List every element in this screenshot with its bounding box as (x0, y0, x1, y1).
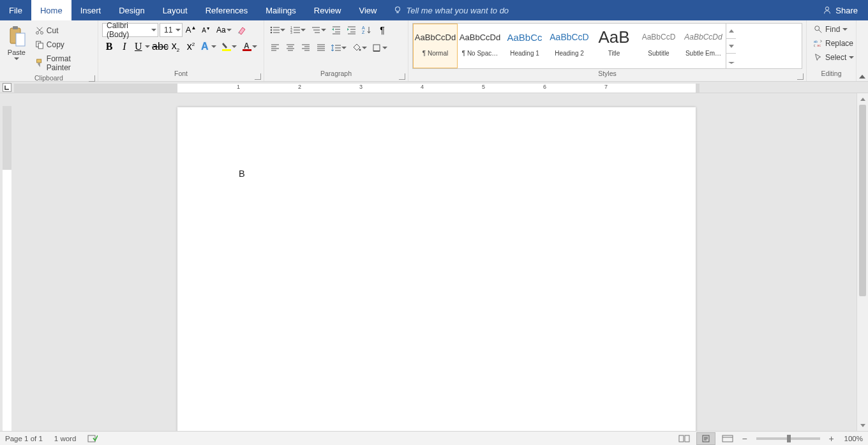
page[interactable]: B (177, 107, 696, 431)
style-subtitle[interactable]: AaBbCcDSubtitle (636, 24, 681, 68)
tab-design[interactable]: Design (110, 0, 153, 20)
change-case-button[interactable]: Aa (214, 23, 234, 37)
zoom-out-button[interactable]: − (740, 434, 750, 444)
style-heading-2[interactable]: AaBbCcDHeading 2 (547, 24, 592, 68)
proofing-icon[interactable] (87, 434, 98, 443)
style-name: Subtle Em… (683, 50, 724, 57)
page-indicator[interactable]: Page 1 of 1 (5, 435, 43, 442)
scissors-icon (35, 26, 44, 35)
strikethrough-button[interactable]: abc (153, 40, 167, 54)
outdent-icon (331, 26, 341, 34)
font-name-combo[interactable]: Calibri (Body) (102, 23, 158, 37)
style--no-spac-[interactable]: AaBbCcDd¶ No Spac… (458, 24, 502, 68)
clipboard-launcher[interactable] (89, 75, 95, 82)
format-painter-button[interactable]: Format Painter (32, 52, 94, 74)
copy-button[interactable]: Copy (32, 38, 94, 51)
sort-icon: AZ (362, 26, 372, 34)
scroll-down-button[interactable] (857, 419, 868, 431)
numbering-button[interactable]: 123 (288, 23, 308, 37)
scroll-up-button[interactable] (857, 93, 868, 105)
tab-references[interactable]: References (197, 0, 257, 20)
show-marks-button[interactable]: ¶ (375, 23, 389, 37)
tab-selector[interactable] (3, 83, 11, 92)
decrease-indent-button[interactable] (329, 23, 343, 37)
highlight-button[interactable] (220, 40, 239, 54)
subscript-icon: x2 (172, 40, 179, 53)
find-label: Find (825, 25, 840, 34)
cut-button[interactable]: Cut (32, 24, 94, 37)
shading-button[interactable] (350, 41, 369, 55)
zoom-slider[interactable] (756, 437, 820, 440)
bold-button[interactable]: B (102, 40, 116, 54)
print-layout-button[interactable] (696, 432, 715, 445)
text-effects-button[interactable]: A (199, 40, 218, 54)
zoom-level[interactable]: 100% (844, 435, 863, 442)
share-button[interactable]: Share (812, 0, 868, 20)
style-preview: AaBbCcDd (415, 28, 456, 46)
document-area[interactable]: B (14, 93, 857, 431)
shrink-font-button[interactable]: A▼ (199, 23, 213, 37)
svg-point-6 (40, 32, 43, 34)
style--normal[interactable]: AaBbCcDd¶ Normal (413, 24, 458, 68)
styles-launcher[interactable] (797, 73, 804, 80)
underline-button[interactable]: U (133, 40, 152, 54)
style-subtle-em-[interactable]: AaBbCcDdSubtle Em… (681, 24, 726, 68)
vertical-scrollbar[interactable] (857, 93, 868, 431)
shrink-font-icon: A▼ (202, 26, 211, 34)
group-styles: AaBbCcDd¶ NormalAaBbCcDd¶ No Spac…AaBbCc… (408, 20, 807, 81)
clear-formatting-button[interactable] (235, 23, 249, 37)
style-heading-1[interactable]: AaBbCcHeading 1 (502, 24, 547, 68)
strikethrough-icon: abc (152, 41, 168, 52)
tab-file[interactable]: File (0, 0, 31, 20)
tab-view[interactable]: View (350, 0, 385, 20)
replace-button[interactable]: abac Replace (811, 37, 852, 50)
tab-layout[interactable]: Layout (154, 0, 197, 20)
gallery-more[interactable] (726, 54, 736, 68)
style-title[interactable]: AaBTitle (592, 24, 636, 68)
zoom-in-button[interactable]: + (827, 434, 837, 444)
justify-button[interactable] (314, 41, 328, 55)
find-button[interactable]: Find (811, 23, 852, 36)
paragraph-launcher[interactable] (399, 73, 405, 80)
align-left-button[interactable] (268, 41, 282, 55)
line-spacing-button[interactable] (329, 41, 348, 55)
font-launcher[interactable] (255, 73, 261, 80)
align-right-button[interactable] (299, 41, 313, 55)
zoom-thumb[interactable] (787, 435, 791, 442)
read-mode-button[interactable] (675, 432, 694, 445)
bullets-button[interactable] (268, 23, 287, 37)
superscript-button[interactable]: x2 (184, 40, 198, 54)
tab-mailings[interactable]: Mailings (257, 0, 305, 20)
subscript-button[interactable]: x2 (168, 40, 183, 54)
paste-button[interactable]: Paste (4, 23, 29, 74)
clipboard-group-label: Clipboard (34, 74, 63, 82)
chevron-down-icon (382, 47, 387, 49)
sort-button[interactable]: AZ (360, 23, 374, 37)
increase-indent-button[interactable] (345, 23, 359, 37)
gallery-up[interactable] (726, 24, 736, 39)
highlight-icon (221, 41, 232, 52)
collapse-ribbon-button[interactable] (857, 20, 868, 81)
horizontal-ruler[interactable]: 1234567 (0, 82, 868, 93)
select-button[interactable]: Select (811, 51, 852, 64)
font-size-combo[interactable]: 11 (160, 23, 183, 37)
vertical-ruler[interactable] (0, 93, 14, 431)
align-center-button[interactable] (283, 41, 297, 55)
multilevel-list-button[interactable] (309, 23, 328, 37)
document-content[interactable]: B (239, 169, 634, 179)
ruler-number: 6 (543, 84, 546, 90)
font-color-button[interactable]: A (240, 40, 259, 54)
grow-font-button[interactable]: A▲ (184, 23, 198, 37)
scroll-thumb[interactable] (859, 105, 866, 296)
tab-home[interactable]: Home (31, 0, 71, 20)
italic-button[interactable]: I (117, 40, 131, 54)
web-layout-button[interactable] (718, 432, 737, 445)
tab-review[interactable]: Review (305, 0, 350, 20)
align-right-icon (301, 43, 310, 52)
tab-insert[interactable]: Insert (71, 0, 110, 20)
gallery-down[interactable] (726, 39, 736, 54)
tell-me-search[interactable]: Tell me what you want to do (385, 0, 516, 20)
borders-button[interactable] (370, 41, 389, 55)
share-label: Share (835, 6, 858, 15)
word-count[interactable]: 1 word (54, 435, 77, 442)
